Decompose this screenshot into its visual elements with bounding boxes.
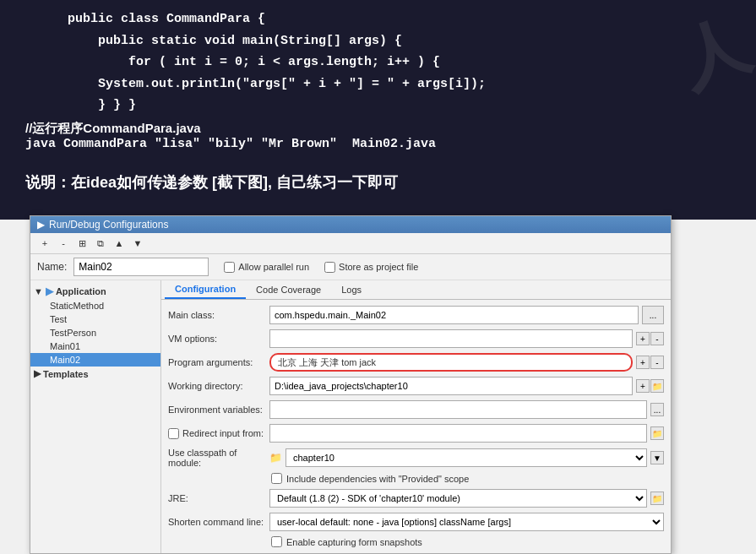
- module-browse[interactable]: ▼: [650, 451, 664, 464]
- code-line-5: } } }: [68, 95, 739, 117]
- store-project-checkbox[interactable]: [324, 262, 335, 273]
- shorten-row: Shorten command line: user-local default…: [161, 510, 671, 534]
- module-row: Use classpath of module: 📁 chapter10 ▼: [161, 445, 671, 470]
- include-deps-label: Include dependencies with "Provided" sco…: [286, 474, 469, 484]
- name-input[interactable]: [73, 258, 209, 276]
- env-vars-browse[interactable]: ...: [650, 403, 664, 416]
- program-args-input[interactable]: [269, 353, 633, 372]
- tree-item-test[interactable]: Test: [30, 312, 160, 326]
- allow-parallel-label: Allow parallel run: [238, 262, 309, 272]
- tree-item-label: TestPerson: [50, 328, 96, 338]
- toolbar-remove[interactable]: -: [56, 236, 71, 251]
- tab-configuration[interactable]: Configuration: [165, 280, 246, 299]
- working-dir-input[interactable]: [269, 377, 633, 395]
- shorten-label: Shorten command line:: [168, 517, 269, 527]
- program-args-remove[interactable]: -: [650, 356, 664, 369]
- jre-label: JRE:: [168, 493, 269, 503]
- ide-toolbar: + - ⊞ ⧉ ▲ ▼: [30, 233, 671, 254]
- vm-options-input[interactable]: [269, 329, 633, 348]
- description-line: 说明：在idea如何传递参数 [截下图], 自己练习一下即可: [17, 172, 739, 193]
- env-vars-value: ...: [269, 400, 664, 419]
- store-project-label: Store as project file: [339, 262, 418, 272]
- program-args-add[interactable]: +: [636, 356, 650, 369]
- main-class-input[interactable]: [269, 306, 639, 324]
- working-dir-folder[interactable]: 📁: [650, 379, 664, 393]
- module-label: Use classpath of module:: [168, 448, 269, 468]
- program-args-row: Program arguments: + -: [161, 350, 671, 374]
- toolbar-share[interactable]: ⧉: [93, 236, 108, 251]
- run-line: java CommandPara "lisa" "bily" "Mr Brown…: [17, 137, 739, 151]
- main-class-label: Main class:: [168, 310, 269, 320]
- env-vars-input[interactable]: [269, 400, 647, 419]
- capture-label: Enable capturing form snapshots: [286, 537, 422, 547]
- templates-label: Templates: [43, 369, 89, 379]
- tree-templates[interactable]: ▶ Templates: [30, 367, 160, 381]
- env-vars-buttons: ...: [650, 403, 664, 416]
- name-label: Name:: [37, 261, 67, 273]
- config-rows: Main class: ... VM options: +: [161, 300, 671, 553]
- redirect-value: 📁: [269, 424, 664, 443]
- vm-options-buttons: + -: [636, 332, 664, 345]
- tree-panel: ▼ ▶ Application StaticMethod Test TestPe…: [30, 280, 161, 553]
- program-args-buttons: + -: [636, 356, 664, 369]
- tree-item-main02[interactable]: Main02: [30, 353, 160, 367]
- redirect-buttons: 📁: [650, 426, 664, 440]
- module-select[interactable]: chapter10: [286, 448, 647, 467]
- program-args-value: + -: [269, 353, 664, 372]
- ide-title: Run/Debug Configurations: [49, 219, 168, 231]
- redirect-browse[interactable]: 📁: [650, 426, 664, 440]
- toolbar-up[interactable]: ▲: [111, 236, 127, 251]
- include-deps-row: Include dependencies with "Provided" sco…: [161, 470, 671, 486]
- program-args-label: Program arguments:: [168, 357, 269, 367]
- env-vars-label: Environment variables:: [168, 405, 269, 415]
- include-deps-checkbox[interactable]: [271, 473, 282, 484]
- jre-value: Default (1.8 (2) - SDK of 'chapter10' mo…: [269, 489, 664, 508]
- redirect-row: Redirect input from: 📁: [161, 421, 671, 445]
- code-section: 人 public class CommandPara { public stat…: [0, 0, 756, 220]
- working-dir-value: + 📁: [269, 377, 664, 395]
- jre-row: JRE: Default (1.8 (2) - SDK of 'chapter1…: [161, 486, 671, 510]
- tree-item-label: Test: [50, 314, 67, 324]
- vm-options-add[interactable]: +: [636, 332, 650, 345]
- redirect-checkbox[interactable]: [168, 428, 179, 439]
- shorten-select[interactable]: user-local default: none - java [options…: [269, 513, 664, 531]
- vm-options-remove[interactable]: -: [650, 332, 664, 345]
- app-icon: ▶: [46, 285, 53, 297]
- jre-select[interactable]: Default (1.8 (2) - SDK of 'chapter10' mo…: [269, 489, 647, 508]
- code-line-2: public static void main(String[] args) {: [68, 30, 739, 52]
- store-project-group: Store as project file: [324, 262, 418, 273]
- code-line-4: System.out.println("args[" + i + "] = " …: [68, 73, 739, 95]
- code-line-1: public class CommandPara {: [68, 8, 739, 30]
- allow-parallel-checkbox[interactable]: [224, 262, 235, 273]
- toolbar-down[interactable]: ▼: [130, 236, 145, 251]
- vm-options-label: VM options:: [168, 334, 269, 344]
- main-class-row: Main class: ...: [161, 303, 671, 327]
- capture-checkbox[interactable]: [271, 536, 282, 547]
- tab-coverage[interactable]: Code Coverage: [246, 280, 331, 299]
- config-panel: Configuration Code Coverage Logs Main cl…: [161, 280, 671, 553]
- ide-icon: ▶: [37, 219, 45, 231]
- working-dir-add[interactable]: +: [636, 379, 650, 393]
- working-dir-buttons: + 📁: [636, 379, 664, 393]
- tree-item-label: Main01: [50, 341, 80, 351]
- vm-options-value: + -: [269, 329, 664, 348]
- main-class-browse[interactable]: ...: [642, 306, 664, 324]
- templates-arrow: ▶: [34, 368, 41, 379]
- comment-line: //运行程序CommandPara.java: [17, 121, 739, 137]
- tree-item-label: Main02: [50, 355, 80, 365]
- redirect-input[interactable]: [269, 424, 647, 443]
- tree-item-main01[interactable]: Main01: [30, 339, 160, 353]
- working-dir-label: Working directory:: [168, 381, 269, 391]
- tree-item-testperson[interactable]: TestPerson: [30, 326, 160, 339]
- ide-body: ▼ ▶ Application StaticMethod Test TestPe…: [30, 280, 671, 553]
- toolbar-copy[interactable]: ⊞: [74, 236, 90, 251]
- ide-titlebar: ▶ Run/Debug Configurations: [30, 216, 671, 233]
- toolbar-add[interactable]: +: [37, 236, 52, 251]
- tree-item-staticmethod[interactable]: StaticMethod: [30, 299, 160, 312]
- tree-section-label: Application: [56, 286, 106, 296]
- tree-item-label: StaticMethod: [50, 301, 104, 311]
- jre-browse[interactable]: 📁: [650, 492, 664, 505]
- vm-options-row: VM options: + -: [161, 327, 671, 350]
- module-folder-icon: 📁: [269, 452, 282, 464]
- tab-logs[interactable]: Logs: [331, 280, 372, 299]
